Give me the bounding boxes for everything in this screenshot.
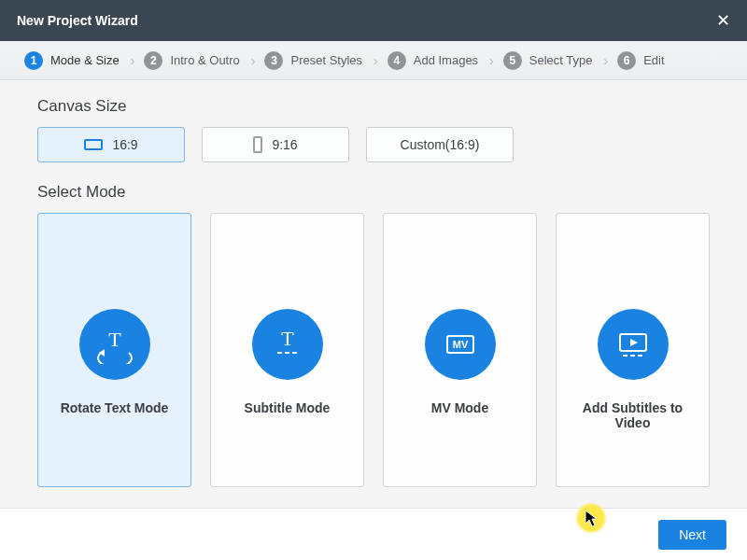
step-label: Intro & Outro — [170, 53, 239, 67]
step-label: Edit — [643, 53, 664, 67]
canvas-opt-9-16[interactable]: 9:16 — [202, 127, 349, 162]
mode-label: MV Mode — [424, 400, 496, 415]
step-num: 4 — [388, 51, 406, 70]
title: New Project Wizard — [17, 13, 138, 28]
footer: Next — [0, 508, 747, 560]
video-subtitles-icon — [598, 309, 669, 380]
mv-icon: MV — [425, 309, 496, 380]
next-button[interactable]: Next — [658, 520, 726, 550]
canvas-opt-label: Custom(16:9) — [401, 137, 480, 152]
wizard-steps: 1 Mode & Size › 2 Intro & Outro › 3 Pres… — [0, 41, 747, 80]
svg-marker-7 — [630, 339, 638, 346]
mode-mv[interactable]: MV MV Mode — [383, 213, 537, 487]
close-icon[interactable]: ✕ — [716, 10, 730, 31]
canvas-opt-label: 16:9 — [112, 137, 137, 152]
step-label: Preset Styles — [290, 53, 362, 67]
svg-text:T: T — [281, 327, 294, 350]
aspect-wide-icon — [84, 139, 103, 150]
mode-label: Add Subtitles to Video — [557, 400, 709, 430]
subtitle-icon: T — [252, 309, 323, 380]
mode-rotate-text[interactable]: T Rotate Text Mode — [37, 213, 191, 487]
chevron-icon: › — [251, 53, 256, 68]
step-select-type[interactable]: 5 Select Type — [503, 51, 593, 70]
step-num: 6 — [617, 51, 636, 70]
step-num: 1 — [24, 51, 43, 70]
canvas-opt-label: 9:16 — [272, 137, 297, 152]
svg-marker-0 — [99, 349, 105, 357]
chevron-icon: › — [489, 53, 494, 68]
chevron-icon: › — [603, 53, 608, 68]
rotate-text-icon: T — [79, 309, 150, 380]
step-num: 3 — [264, 51, 283, 70]
mode-subtitle[interactable]: T Subtitle Mode — [210, 213, 364, 487]
mode-label: Rotate Text Mode — [53, 400, 176, 415]
mode-title: Select Mode — [37, 183, 710, 202]
chevron-icon: › — [374, 53, 378, 68]
canvas-title: Canvas Size — [37, 97, 710, 116]
step-label: Mode & Size — [50, 53, 120, 67]
svg-text:MV: MV — [452, 339, 468, 350]
step-label: Add Images — [414, 53, 478, 67]
mode-options: T Rotate Text Mode T Subtitle Mode MV — [37, 213, 710, 487]
step-intro-outro[interactable]: 2 Intro & Outro — [144, 51, 239, 70]
step-preset-styles[interactable]: 3 Preset Styles — [264, 51, 362, 70]
step-num: 2 — [144, 51, 162, 70]
mode-label: Subtitle Mode — [237, 400, 338, 415]
step-num: 5 — [503, 51, 522, 70]
canvas-options: 16:9 9:16 Custom(16:9) — [37, 127, 710, 162]
canvas-opt-16-9[interactable]: 16:9 — [37, 127, 185, 162]
step-edit[interactable]: 6 Edit — [617, 51, 664, 70]
step-mode-size[interactable]: 1 Mode & Size — [24, 51, 120, 70]
chevron-icon: › — [131, 53, 135, 68]
canvas-opt-custom[interactable]: Custom(16:9) — [366, 127, 514, 162]
aspect-tall-icon — [253, 136, 262, 153]
svg-text:T: T — [108, 328, 121, 351]
mode-add-subtitles-video[interactable]: Add Subtitles to Video — [556, 213, 710, 487]
step-add-images[interactable]: 4 Add Images — [388, 51, 478, 70]
content: Canvas Size 16:9 9:16 Custom(16:9) Selec… — [0, 80, 747, 487]
step-label: Select Type — [529, 53, 593, 67]
titlebar: New Project Wizard ✕ — [0, 0, 747, 41]
